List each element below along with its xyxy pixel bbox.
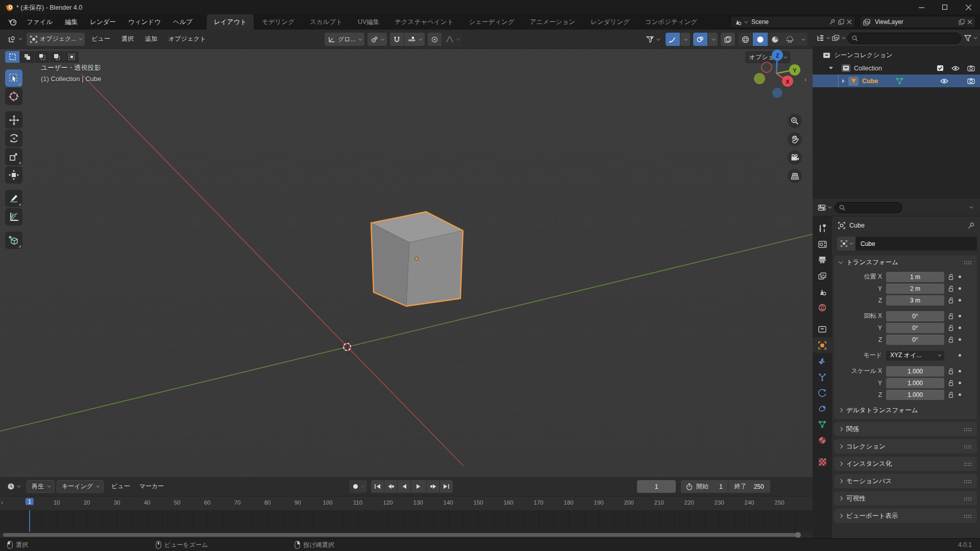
tool-transform[interactable] (5, 166, 22, 184)
viewport-menu-object[interactable]: オブジェクト (164, 33, 211, 46)
delta-transform-subpanel[interactable]: デルタトランスフォーム (834, 404, 977, 416)
hide-eye-icon[interactable] (951, 65, 960, 71)
timeline-scrollbar-track[interactable] (0, 532, 813, 538)
panel-grip[interactable] (964, 462, 972, 466)
menu-window[interactable]: ウィンドウ (122, 14, 167, 30)
rotation-mode-select[interactable]: XYZ オイ... (886, 350, 944, 361)
playback-menu[interactable]: 再生 (27, 480, 55, 493)
breadcrumb-object[interactable]: Cube (849, 222, 865, 229)
scale-z-field[interactable]: 1.000 (886, 390, 944, 400)
select-extend-button[interactable] (20, 51, 34, 63)
new-view-layer-icon[interactable] (959, 19, 965, 25)
snap-toggle[interactable] (390, 33, 404, 46)
tab-world[interactable] (813, 299, 832, 315)
keying-menu[interactable]: キーイング (57, 480, 104, 493)
panel-grip[interactable] (964, 480, 972, 483)
tab-render[interactable] (813, 236, 832, 252)
lock-icon[interactable] (948, 285, 954, 292)
tab-texture[interactable] (813, 454, 832, 470)
panel-instancing[interactable]: インスタンス化 (834, 457, 977, 471)
tool-move[interactable] (5, 111, 22, 129)
timeline-expand-arrow[interactable]: › (1, 499, 3, 506)
rot-x-field[interactable]: 0° (886, 311, 944, 321)
outliner-editor-type-button[interactable] (817, 35, 829, 41)
panel-viewport-display[interactable]: ビューポート表示 (834, 509, 977, 523)
select-invert-button[interactable] (50, 51, 64, 63)
rot-y-field[interactable]: 0° (886, 323, 944, 333)
editor-type-button[interactable] (4, 33, 24, 46)
outliner-row-collection[interactable]: Collection (813, 62, 980, 74)
lock-icon[interactable] (948, 368, 954, 375)
tab-object-data[interactable] (813, 416, 832, 432)
panel-relations[interactable]: 関係 (834, 422, 977, 436)
loc-x-field[interactable]: 1 m (886, 272, 944, 282)
panel-grip[interactable] (964, 261, 972, 264)
animate-dot[interactable] (959, 327, 961, 329)
proportional-falloff-selector[interactable] (442, 33, 462, 46)
cube-object[interactable] (371, 212, 463, 306)
panel-collections[interactable]: コレクション (834, 439, 977, 454)
lock-icon[interactable] (948, 336, 954, 343)
tool-scale[interactable] (5, 148, 22, 165)
lock-icon[interactable] (948, 324, 954, 332)
animate-dot[interactable] (959, 276, 961, 278)
panel-grip[interactable] (964, 428, 972, 431)
timeline-marker-menu[interactable]: マーカー (135, 480, 169, 493)
tab-output[interactable] (813, 252, 832, 268)
workspace-tab-layout[interactable]: レイアウト (207, 14, 254, 30)
transform-orientation-selector[interactable]: グロ... (325, 33, 364, 46)
pin-icon[interactable] (829, 19, 836, 25)
tab-physics[interactable] (813, 385, 832, 400)
play-reverse-button[interactable] (398, 480, 410, 493)
animate-dot[interactable] (959, 315, 961, 317)
tab-particles[interactable] (813, 369, 832, 385)
pin-icon[interactable] (968, 222, 975, 229)
tool-add-cube[interactable] (5, 232, 22, 249)
workspace-tab-sculpting[interactable]: スカルプト (303, 14, 350, 30)
frame-end-field[interactable]: 終了 250 (728, 480, 770, 493)
workspace-tab-shading[interactable]: シェーディング (461, 14, 521, 30)
panel-grip[interactable] (964, 514, 972, 518)
rot-z-field[interactable]: 0° (886, 335, 944, 345)
workspace-tab-rendering[interactable]: レンダリング (583, 14, 637, 30)
expand-arrow-icon[interactable] (842, 79, 845, 83)
workspace-tab-uv[interactable]: UV編集 (351, 14, 386, 30)
scene-selector[interactable]: Scene (730, 16, 855, 28)
properties-search-input[interactable] (835, 202, 902, 213)
mode-selector[interactable]: オブジェク... (27, 33, 85, 46)
timeline-track-area[interactable] (0, 510, 813, 532)
loc-y-field[interactable]: 2 m (886, 284, 944, 294)
menu-render[interactable]: レンダー (84, 14, 122, 30)
properties-options-dropdown[interactable] (969, 205, 973, 209)
zoom-button[interactable] (788, 114, 802, 128)
prev-keyframe-button[interactable] (384, 480, 397, 493)
object-name-field[interactable]: Cube (855, 237, 977, 251)
select-set-button[interactable] (5, 51, 19, 63)
jump-to-end-button[interactable] (440, 480, 453, 493)
timeline-scrollbar[interactable] (3, 533, 799, 537)
tool-select-box[interactable] (5, 69, 22, 87)
jump-to-start-button[interactable] (371, 480, 384, 493)
outliner-search-input[interactable] (847, 33, 961, 44)
tab-modifiers[interactable] (813, 353, 832, 369)
disable-render-camera-icon[interactable] (967, 78, 975, 84)
exclude-checkbox[interactable] (937, 65, 944, 71)
animate-dot[interactable] (959, 370, 961, 372)
panel-grip[interactable] (964, 445, 972, 448)
tool-rotate[interactable] (5, 130, 22, 147)
outliner-display-mode-button[interactable] (832, 35, 844, 41)
menu-help[interactable]: ヘルプ (167, 14, 199, 30)
hide-eye-icon[interactable] (940, 78, 948, 84)
orthographic-toggle-button[interactable] (788, 169, 802, 183)
show-gizmo-toggle[interactable] (666, 33, 680, 46)
workspace-tab-modeling[interactable]: モデリング (255, 14, 302, 30)
lock-icon[interactable] (948, 313, 954, 320)
unlink-scene-icon[interactable] (847, 19, 852, 24)
tool-cursor[interactable] (5, 88, 22, 105)
tab-view-layer[interactable] (813, 268, 832, 284)
animate-dot[interactable] (959, 338, 961, 341)
lock-icon[interactable] (948, 380, 954, 387)
axis-z-ball[interactable]: Z (772, 49, 783, 61)
panel-visibility[interactable]: 可視性 (834, 491, 977, 506)
current-frame-field[interactable]: 1 (637, 480, 676, 493)
